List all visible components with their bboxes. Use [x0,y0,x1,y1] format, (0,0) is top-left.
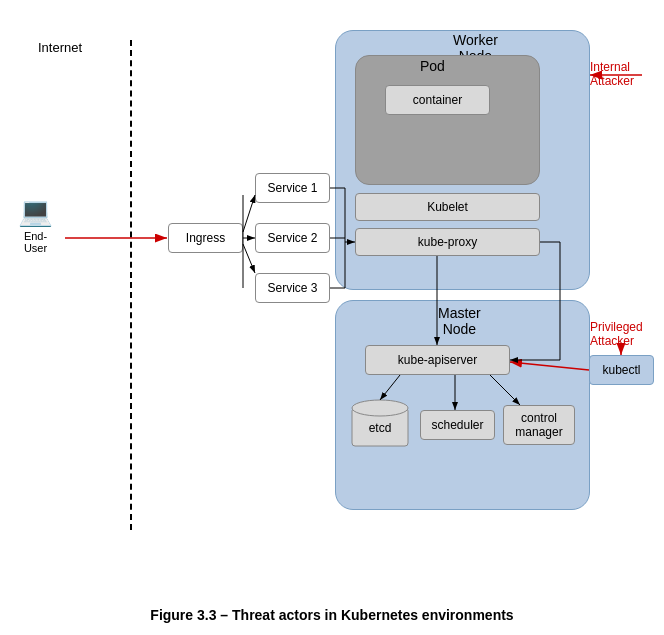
service2-box: Service 2 [255,223,330,253]
ingress-label: Ingress [186,231,225,245]
end-user-icon: 💻 [18,195,53,228]
scheduler-label: scheduler [431,418,483,432]
ingress-box: Ingress [168,223,243,253]
service1-label: Service 1 [267,181,317,195]
service3-box: Service 3 [255,273,330,303]
end-user-label: End-User [18,230,53,254]
kubectl-box: kubectl [589,355,654,385]
service1-box: Service 1 [255,173,330,203]
internet-boundary-line [130,40,132,530]
apiserver-box: kube-apiserver [365,345,510,375]
privileged-attacker-label: PrivilegedAttacker [590,320,643,348]
kubectl-label: kubectl [602,363,640,377]
apiserver-label: kube-apiserver [398,353,477,367]
kubeproxy-box: kube-proxy [355,228,540,256]
internal-attacker-label: InternalAttacker [590,60,634,88]
container-box: container [385,85,490,115]
controlmgr-label: control manager [515,411,562,439]
svg-point-1 [352,400,408,416]
svg-line-7 [243,195,255,232]
master-node-label: MasterNode [438,305,481,337]
svg-line-9 [243,244,255,273]
pod-label: Pod [420,58,445,74]
container-label: container [413,93,462,107]
pod-box [355,55,540,185]
svg-text:etcd: etcd [369,421,392,435]
kubelet-box: Kubelet [355,193,540,221]
scheduler-box: scheduler [420,410,495,440]
diagram-container: Internet 💻 End-User WorkerNode Pod conta… [0,0,664,590]
service3-label: Service 3 [267,281,317,295]
kubelet-label: Kubelet [427,200,468,214]
service2-label: Service 2 [267,231,317,245]
kubeproxy-label: kube-proxy [418,235,477,249]
controlmgr-box: control manager [503,405,575,445]
internet-label: Internet [38,40,82,55]
end-user-area: 💻 End-User [18,195,53,228]
figure-caption: Figure 3.3 – Threat actors in Kubernetes… [0,607,664,623]
etcd-svg: etcd [350,398,410,450]
